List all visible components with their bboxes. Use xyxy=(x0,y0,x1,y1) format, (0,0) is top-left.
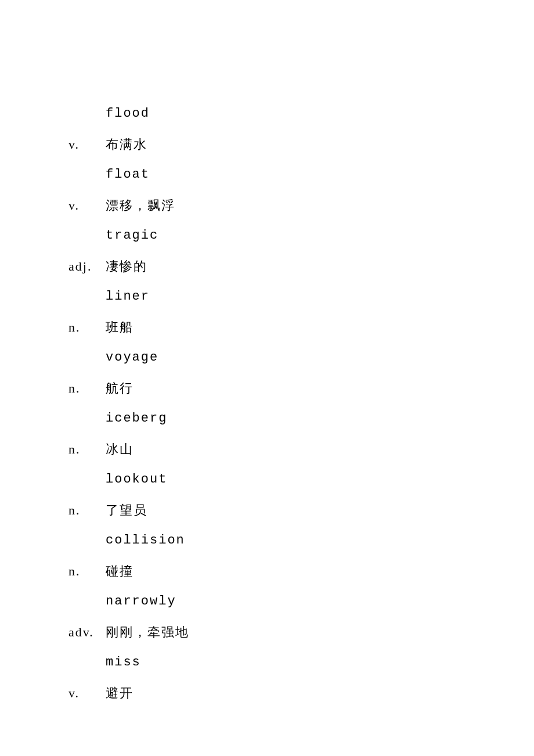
word-text: flood xyxy=(106,99,150,129)
pos-label xyxy=(68,99,106,129)
pos-label: n. xyxy=(68,495,106,526)
word-row: tragic xyxy=(68,221,534,251)
pos-label: v. xyxy=(68,190,106,221)
def-row: n. 航行 xyxy=(68,373,534,404)
word-row: narrowly xyxy=(68,586,534,617)
definition-text: 避开 xyxy=(106,678,134,709)
pos-label: n. xyxy=(68,556,106,587)
pos-label: n. xyxy=(68,373,106,404)
def-row: n. 冰山 xyxy=(68,434,534,465)
pos-label: adj. xyxy=(68,251,106,282)
word-text: collision xyxy=(106,525,185,556)
pos-label xyxy=(68,343,106,373)
definition-text: 航行 xyxy=(106,373,134,404)
definition-text: 凄惨的 xyxy=(106,251,147,282)
def-row: n. 碰撞 xyxy=(68,556,534,587)
word-text: miss xyxy=(106,647,141,678)
pos-label xyxy=(68,160,106,190)
definition-text: 漂移，飘浮 xyxy=(106,190,175,221)
definition-text: 班船 xyxy=(106,312,134,343)
definition-text: 碰撞 xyxy=(106,556,134,587)
word-row: liner xyxy=(68,282,534,312)
definition-text: 冰山 xyxy=(106,434,134,465)
word-text: tragic xyxy=(106,221,158,251)
pos-label: n. xyxy=(68,312,106,343)
pos-label xyxy=(68,647,106,678)
word-row: voyage xyxy=(68,343,534,373)
def-row: n. 了望员 xyxy=(68,495,534,526)
pos-label: n. xyxy=(68,434,106,465)
pos-label xyxy=(68,586,106,617)
def-row: adj. 凄惨的 xyxy=(68,251,534,282)
word-row: miss xyxy=(68,647,534,678)
def-row: v. 布满水 xyxy=(68,129,534,160)
def-row: n. 班船 xyxy=(68,312,534,343)
word-row: iceberg xyxy=(68,404,534,434)
pos-label xyxy=(68,404,106,434)
definition-text: 刚刚，牵强地 xyxy=(106,617,189,648)
word-text: voyage xyxy=(106,343,158,373)
pos-label xyxy=(68,221,106,251)
pos-label: adv. xyxy=(68,617,106,648)
pos-label xyxy=(68,525,106,556)
pos-label xyxy=(68,282,106,312)
word-row: collision xyxy=(68,525,534,556)
definition-text: 了望员 xyxy=(106,495,147,526)
pos-label: v. xyxy=(68,678,106,709)
word-text: lookout xyxy=(106,465,167,495)
definition-text: 布满水 xyxy=(106,129,147,160)
word-text: float xyxy=(106,160,150,190)
word-text: iceberg xyxy=(106,404,167,434)
vocabulary-list: flood v. 布满水 float v. 漂移，飘浮 tragic adj. … xyxy=(0,0,534,708)
def-row: v. 避开 xyxy=(68,678,534,709)
pos-label xyxy=(68,465,106,495)
word-row: lookout xyxy=(68,465,534,495)
word-text: liner xyxy=(106,282,150,312)
pos-label: v. xyxy=(68,129,106,160)
def-row: adv. 刚刚，牵强地 xyxy=(68,617,534,648)
def-row: v. 漂移，飘浮 xyxy=(68,190,534,221)
word-row: flood xyxy=(68,99,534,129)
word-text: narrowly xyxy=(106,586,176,617)
word-row: float xyxy=(68,160,534,190)
